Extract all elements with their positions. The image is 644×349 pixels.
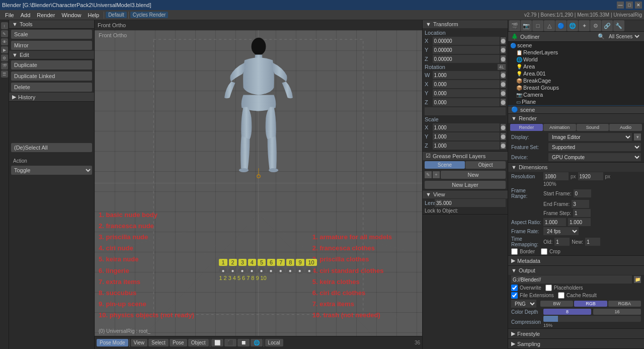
gp-add-btn[interactable]: + bbox=[433, 171, 440, 178]
loc-x-btn[interactable]: ⬤ bbox=[501, 37, 506, 44]
output-path-input[interactable] bbox=[511, 275, 632, 284]
gp-scene-tab[interactable]: Scene bbox=[425, 161, 465, 169]
start-frame-input[interactable] bbox=[574, 189, 591, 197]
loc-x-input[interactable] bbox=[433, 37, 500, 45]
engine-badge[interactable]: Cycles Render bbox=[130, 12, 169, 18]
quaternion-input[interactable]: Quaternion (WXYZ) bbox=[425, 107, 506, 115]
end-frame-input[interactable] bbox=[572, 200, 589, 208]
rot-y-input[interactable] bbox=[433, 89, 500, 97]
view-btn[interactable]: View bbox=[131, 339, 148, 346]
rot-mode-badge[interactable]: 4L bbox=[498, 64, 506, 70]
scale-z-input[interactable] bbox=[433, 142, 500, 150]
world-icon-btn[interactable]: 🌐 bbox=[567, 20, 578, 31]
render-tab-render[interactable]: Render bbox=[510, 124, 543, 131]
menu-render[interactable]: Render bbox=[34, 11, 58, 19]
border-checkbox[interactable] bbox=[511, 248, 518, 255]
menu-add[interactable]: Add bbox=[18, 11, 34, 19]
pose-btn[interactable]: Pose bbox=[170, 339, 187, 346]
loc-z-btn[interactable]: ⬤ bbox=[501, 55, 506, 62]
res-y-input[interactable] bbox=[578, 172, 603, 180]
render-tab-sound[interactable]: Sound bbox=[577, 124, 609, 131]
scene-select[interactable]: All Scenes bbox=[607, 33, 641, 40]
select-btn[interactable]: Select bbox=[148, 339, 169, 346]
close-btn[interactable]: ✕ bbox=[635, 2, 642, 9]
crop-checkbox[interactable] bbox=[541, 248, 547, 255]
rot-x-btn[interactable]: ⬤ bbox=[501, 81, 506, 88]
texture-btn[interactable]: 🔲 bbox=[237, 339, 250, 346]
render-icon-btn[interactable]: 📷 bbox=[521, 20, 532, 31]
rgb-mode-btn[interactable]: RGB bbox=[574, 301, 607, 307]
object-icon-btn[interactable]: □ bbox=[532, 20, 543, 31]
oi-area001[interactable]: 💡 Area.001 bbox=[508, 70, 644, 77]
viewport-canvas[interactable]: Front Ortho (0) UniversalRig : root_ 1. … bbox=[95, 30, 422, 336]
display-select[interactable]: Image Editor bbox=[548, 133, 632, 141]
loc-z-input[interactable] bbox=[433, 55, 500, 63]
rot-z-btn[interactable]: ⬤ bbox=[501, 99, 506, 106]
strip-phys-icon[interactable]: ⚙ bbox=[1, 54, 8, 61]
global-local-btn[interactable]: Local bbox=[265, 339, 283, 346]
strip-anim-icon[interactable]: ▶ bbox=[1, 46, 8, 53]
depth-8-btn[interactable]: 8 bbox=[543, 309, 591, 315]
material-icon-btn[interactable]: 🔵 bbox=[555, 20, 567, 31]
rot-w-btn[interactable]: ⬤ bbox=[501, 72, 506, 79]
placeholders-checkbox[interactable] bbox=[545, 285, 552, 291]
res-x-input[interactable] bbox=[543, 172, 569, 180]
mirror-button[interactable]: Mirror bbox=[11, 41, 92, 50]
lens-input[interactable] bbox=[435, 199, 506, 207]
freestyle-header[interactable]: ▶ Freestyle bbox=[508, 329, 644, 338]
object-toolbar-btn[interactable]: Object bbox=[188, 339, 209, 346]
oi-world[interactable]: 🌐 World bbox=[508, 56, 644, 63]
menu-window[interactable]: Window bbox=[58, 11, 84, 19]
render-tab-animation[interactable]: Animation bbox=[543, 124, 576, 131]
rot-y-btn[interactable]: ⬤ bbox=[501, 90, 506, 97]
layout-badge[interactable]: Default bbox=[106, 12, 127, 18]
render-prev-btn[interactable]: 🌐 bbox=[251, 339, 263, 346]
scene-icon-btn[interactable]: 🎬 bbox=[509, 20, 520, 31]
oi-camera[interactable]: 📷 Camera bbox=[508, 91, 644, 98]
oi-breakage[interactable]: 📦 BreakCage bbox=[508, 77, 644, 84]
framerate-select[interactable]: 24 fps bbox=[543, 227, 579, 235]
oi-scene[interactable]: 🔵 scene bbox=[508, 42, 644, 49]
remap-old-input[interactable] bbox=[554, 238, 570, 246]
dimensions-header[interactable]: ▼ Dimensions bbox=[508, 163, 644, 172]
window-controls[interactable]: — □ ✕ bbox=[617, 2, 642, 9]
output-path-btn[interactable]: 📁 bbox=[634, 276, 641, 283]
sampling-header[interactable]: ▶ Sampling bbox=[508, 339, 644, 348]
frame-step-input[interactable] bbox=[573, 209, 591, 217]
overwrite-checkbox[interactable] bbox=[511, 285, 518, 291]
modifier-icon-btn[interactable]: 🔧 bbox=[613, 20, 624, 31]
constraint-icon-btn[interactable]: 🔗 bbox=[602, 20, 613, 31]
loc-y-input[interactable] bbox=[433, 46, 500, 54]
strip-edit-icon[interactable]: ✎ bbox=[1, 30, 8, 37]
rot-z-input[interactable] bbox=[433, 98, 500, 106]
scale-x-btn[interactable]: ⬤ bbox=[501, 124, 506, 131]
solid-btn[interactable]: ⬛ bbox=[224, 339, 236, 346]
scale-z-btn[interactable]: ⬤ bbox=[501, 142, 506, 149]
deselect-all-button[interactable]: (De)Select All bbox=[11, 143, 92, 152]
delete-button[interactable]: Delete bbox=[11, 83, 92, 92]
aspect-y-input[interactable] bbox=[568, 218, 591, 226]
wireframe-btn[interactable]: ⬜ bbox=[211, 339, 223, 346]
device-select[interactable]: GPU Compute bbox=[548, 153, 641, 161]
oi-renderlayers[interactable]: 📋 RenderLayers bbox=[508, 49, 644, 56]
rot-w-input[interactable] bbox=[433, 71, 500, 79]
pose-mode-btn[interactable]: Pose Mode bbox=[97, 339, 128, 346]
gp-new-layer-btn[interactable]: New Layer bbox=[425, 181, 506, 189]
menu-file[interactable]: File bbox=[2, 11, 17, 19]
scale-y-btn[interactable]: ⬤ bbox=[501, 133, 506, 140]
history-header[interactable]: ▶ History bbox=[9, 93, 94, 102]
action-select[interactable]: Toggle bbox=[11, 166, 92, 175]
strip-misc-icon[interactable]: ☰ bbox=[1, 71, 8, 78]
rgba-mode-btn[interactable]: RGBA bbox=[608, 301, 641, 307]
particle-icon-btn[interactable]: ✦ bbox=[579, 20, 590, 31]
grease-pencil-header[interactable]: ☑ Grease Pencil Layers bbox=[423, 152, 508, 160]
gp-object-tab[interactable]: Object bbox=[465, 161, 506, 169]
render-section-header[interactable]: ▼ Render bbox=[508, 114, 644, 123]
metadata-header[interactable]: ▶ Metadata bbox=[508, 256, 644, 265]
strip-render-icon[interactable]: 🎬 bbox=[1, 62, 8, 69]
edit-header[interactable]: ▼ Edit bbox=[9, 51, 94, 59]
scale-x-input[interactable] bbox=[433, 123, 500, 131]
feature-set-select[interactable]: Supported bbox=[548, 143, 641, 151]
aspect-x-input[interactable] bbox=[543, 218, 566, 226]
cache-checkbox[interactable] bbox=[558, 292, 565, 299]
